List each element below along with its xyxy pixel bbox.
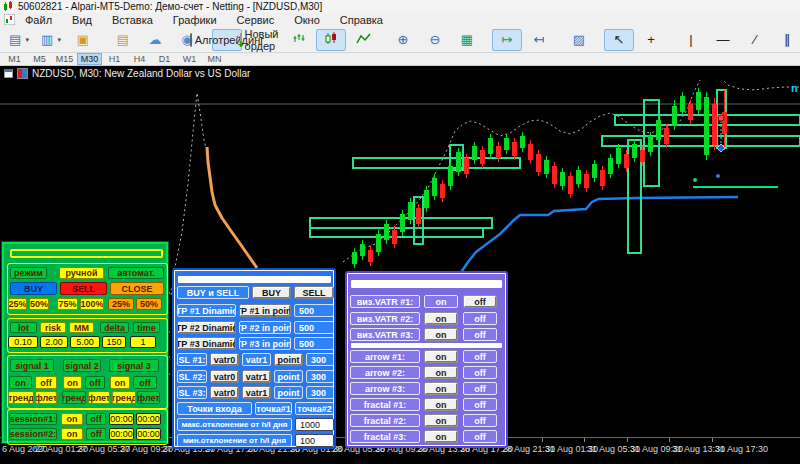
fractal1-row-on-button[interactable]: on <box>424 398 458 411</box>
chart-shift-button[interactable]: ↤ <box>524 29 554 51</box>
new-order-button[interactable]: Новый ордер <box>244 29 274 51</box>
viz-vatr3-row-off-button[interactable]: off <box>463 328 497 341</box>
menu-справка[interactable]: Справка <box>330 13 393 27</box>
new-chart-button[interactable]: ▤▾ <box>4 29 34 51</box>
arrow2-row-off-button[interactable]: off <box>463 366 497 379</box>
param-value-row-5.00[interactable]: 5.00 <box>70 336 100 348</box>
direction-row-buy[interactable]: BUY <box>252 286 291 299</box>
signal-mode-row-флет[interactable]: флет <box>88 391 110 404</box>
timeframe-h1[interactable]: H1 <box>102 53 127 65</box>
session1-row-00:00[interactable]: 00:00 <box>109 413 134 425</box>
min-deviation-row-100[interactable]: 100 <box>295 434 334 447</box>
crosshair-button[interactable]: + <box>636 29 666 51</box>
tp3-row-tp-#3-dinamic[interactable]: TP #3 Dinamic <box>177 337 236 350</box>
signal-header-row-signal2[interactable]: signal 2 <box>63 359 101 372</box>
menu-сервис[interactable]: Сервис <box>227 13 285 27</box>
param-header-row-risk[interactable]: risk <box>40 322 66 333</box>
min-deviation-row-мин-отклонение-от-h-l-дня[interactable]: мин.отклонение от h/l дня <box>177 434 292 447</box>
viz-vatr3-row-on-button[interactable]: on <box>424 328 458 341</box>
signal-mode-row-тренд[interactable]: тренд <box>62 391 86 404</box>
auto-scroll-button[interactable]: ↦ <box>492 29 522 51</box>
percent-row-25%[interactable]: 25% <box>8 298 27 310</box>
cursor-button[interactable]: ↖ <box>604 29 634 51</box>
timeframe-m1[interactable]: M1 <box>2 53 27 65</box>
sl2-row-300[interactable]: 300 <box>306 370 334 383</box>
timeframe-mn[interactable]: MN <box>202 53 227 65</box>
param-value-row-150[interactable]: 150 <box>102 336 126 348</box>
profiles-button[interactable]: ▥▾ <box>36 29 66 51</box>
signal-onoff-row-on[interactable]: on <box>63 376 82 389</box>
entry-points-row-точка#1[interactable]: точка#1 <box>255 402 292 415</box>
sl2-row-vatr1[interactable]: vatr1 <box>242 370 271 383</box>
session2-row-off[interactable]: off <box>86 428 106 440</box>
mode-row-режим[interactable]: режим <box>10 267 47 279</box>
sl1-row-vatr0[interactable]: vatr0 <box>210 353 239 366</box>
session1-row-session#1:[interactable]: session#1: <box>9 413 57 425</box>
entry-points-row-точка#2[interactable]: точка#2 <box>295 402 334 415</box>
timeframe-m5[interactable]: M5 <box>27 53 52 65</box>
sl1-row-vatr1[interactable]: vatr1 <box>242 353 271 366</box>
templates-button[interactable]: ▨ <box>564 29 594 51</box>
tp3-row-500[interactable]: 500 <box>294 337 334 350</box>
timeframe-d1[interactable]: D1 <box>152 53 177 65</box>
signal-mode-row-флет[interactable]: флет <box>137 391 160 404</box>
tp1-row-500[interactable]: 500 <box>294 304 334 317</box>
profiles-dropdown-icon[interactable]: ▾ <box>57 36 61 44</box>
vertical-line-button[interactable]: | <box>676 29 706 51</box>
mode-row-автомат.[interactable]: автомат. <box>108 267 164 279</box>
viz-vatr2-row-on-button[interactable]: on <box>424 312 458 325</box>
tp1-row-tp-#1-dinamic[interactable]: TP #1 Dinamic <box>177 304 236 317</box>
tp1-row-tp-#1-in-point[interactable]: TP #1 in point <box>239 304 291 317</box>
horizontal-line-button[interactable]: — <box>708 29 738 51</box>
session2-row-session#2:[interactable]: session#2: <box>9 428 57 440</box>
param-header-row-time[interactable]: time <box>133 322 160 333</box>
action-row-close[interactable]: CLOSE <box>110 282 164 295</box>
sl1-row-point[interactable]: point <box>274 353 303 366</box>
menu-файл[interactable]: Файл <box>15 13 62 27</box>
action-row-sell[interactable]: SELL <box>60 282 107 295</box>
arrow3-row-on-button[interactable]: on <box>424 382 458 395</box>
entry-points-row-точки-входа[interactable]: Точки входа <box>177 402 252 415</box>
fractal1-row-off-button[interactable]: off <box>463 398 497 411</box>
session1-row-00:00[interactable]: 00:00 <box>136 413 161 425</box>
chart-line-button[interactable] <box>348 29 378 51</box>
signal-onoff-row-on[interactable]: on <box>9 376 32 389</box>
tp3-row-tp-#3-in-point[interactable]: TP #3 in point <box>239 337 291 350</box>
sl2-row-point[interactable]: point <box>274 370 303 383</box>
session1-row-on[interactable]: on <box>61 413 83 425</box>
signal-mode-row-тренд[interactable]: тренд <box>112 391 136 404</box>
new-chart-dropdown-icon[interactable]: ▾ <box>25 36 29 44</box>
community-button[interactable]: ☁ <box>140 29 170 51</box>
arrow1-row-off-button[interactable]: off <box>463 350 497 363</box>
sl1-row-sl-#1-[interactable]: SL #1: <box>177 353 207 366</box>
session2-row-on[interactable]: on <box>61 428 83 440</box>
max-deviation-row-макс-отклонение-от-h-l-дня[interactable]: макс.отклонение от h/l дня <box>177 418 292 431</box>
sl3-row-300[interactable]: 300 <box>306 386 334 399</box>
sl2-row-vatr0[interactable]: vatr0 <box>210 370 239 383</box>
signal-onoff-row-off[interactable]: off <box>133 376 157 389</box>
chart-candles-button[interactable] <box>316 29 346 51</box>
sl3-row-point[interactable]: point <box>274 386 303 399</box>
zoom-in-button[interactable]: ⊕ <box>388 29 418 51</box>
param-header-row-mm[interactable]: MM <box>69 322 94 333</box>
arrow2-row-on-button[interactable]: on <box>424 366 458 379</box>
equidistant-channel-button[interactable]: ∥ <box>772 29 800 51</box>
direction-row-sell[interactable]: SELL <box>294 286 334 299</box>
tile-windows-button[interactable]: ▦ <box>452 29 482 51</box>
menu-вид[interactable]: Вид <box>62 13 102 27</box>
fractal3-row-on-button[interactable]: on <box>424 430 458 443</box>
mode-row-ручной[interactable]: ручной <box>59 267 104 279</box>
signal-onoff-row-off[interactable]: off <box>85 376 105 389</box>
arrow3-row-off-button[interactable]: off <box>463 382 497 395</box>
books-button[interactable]: ▤ <box>108 29 138 51</box>
menu-вставка[interactable]: Вставка <box>102 13 163 27</box>
market-watch-button[interactable]: ▣ <box>68 29 98 51</box>
menu-графики[interactable]: Графики <box>163 13 227 27</box>
action-row-buy[interactable]: BUY <box>10 282 57 295</box>
timeframe-w1[interactable]: W1 <box>177 53 202 65</box>
session2-row-00:00[interactable]: 00:00 <box>109 428 134 440</box>
signal-header-row-signal1[interactable]: signal 1 <box>10 359 54 372</box>
trendline-button[interactable]: ∕ <box>740 29 770 51</box>
fractal2-row-on-button[interactable]: on <box>424 414 458 427</box>
sl3-row-vatr0[interactable]: vatr0 <box>210 386 239 399</box>
